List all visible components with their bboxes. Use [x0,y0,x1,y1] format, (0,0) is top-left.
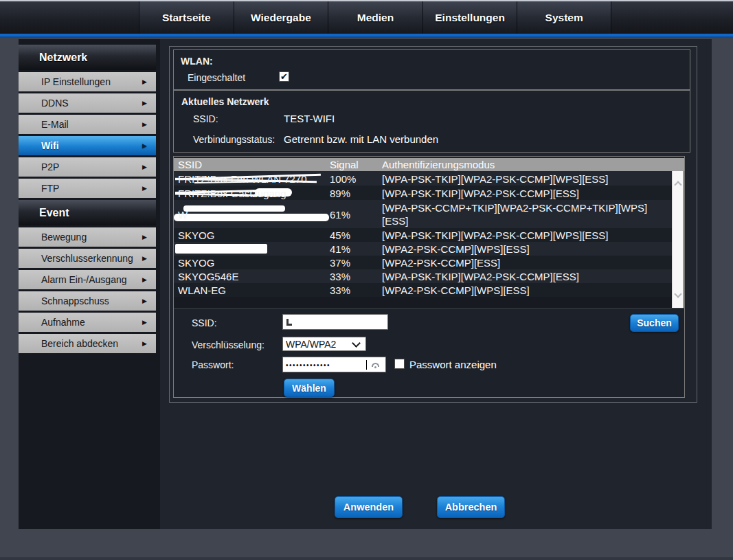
network-row-redacted-4[interactable]: 41%[WPA2-PSK-CCMP][WPS][ESS] [174,242,673,256]
cell-authmode: [WPA-PSK-TKIP][WPA2-PSK-CCMP][WPS][ESS] [382,229,657,242]
cell-authmode: [WPA2-PSK-CCMP][WPS][ESS] [382,284,657,297]
current-network-title: Aktuelles Netzwerk [181,96,269,107]
wlan-enabled-label: Eingeschaltet [188,72,245,83]
chevron-down-icon [352,339,361,348]
sidebar-item-label: IP Einstellungen [41,76,111,87]
cell-authmode: [WPA-PSK-CCMP+TKIP][WPA2-PSK-CCMP+TKIP][… [382,201,657,227]
sidebar-item-ddns[interactable]: DDNS▶ [19,93,156,113]
text-caret [366,360,367,370]
connection-status-label: Verbindungsstatus: [193,134,275,145]
encryption-label: Verschlüsselung: [192,339,264,350]
wlan-enabled-checkbox[interactable]: ✔ [279,71,289,82]
chevron-right-icon: ▶ [142,78,147,85]
network-list-header: SSID Signal Authentifizierungsmodus [174,158,684,171]
sidebar-item-label: Bewegung [41,232,87,243]
cell-signal: 33% [330,271,350,282]
nav-tab-medien[interactable]: Medien [328,1,422,34]
chevron-right-icon: ▶ [142,100,147,107]
chevron-right-icon: ▶ [142,340,147,347]
chevron-right-icon: ▶ [142,121,147,128]
chevron-right-icon: ▶ [142,319,147,326]
top-navigation: StartseiteWiedergabeMedienEinstellungenS… [0,1,733,34]
header-ssid: SSID [178,159,202,170]
cell-authmode: [WPA-PSK-TKIP][WPA2-PSK-CCMP][ESS] [382,270,657,283]
cell-ssid: SKYOG [178,257,326,269]
nav-tab-einstellungen[interactable]: Einstellungen [422,1,517,34]
sidebar-item-bereich-abdecken[interactable]: Bereich abdecken▶ [19,334,156,353]
settings-container: WLAN: Eingeschaltet ✔ Aktuelles Netzwerk… [169,46,697,403]
cell-authmode: [WPA2-PSK-CCMP][WPS][ESS] [382,243,657,256]
cell-signal: 89% [330,187,350,199]
show-password-label: Passwort anzeigen [409,359,497,370]
sidebar-item-label: Wifi [41,140,59,151]
password-input[interactable]: ••••••••••••• [282,357,386,372]
scrollbar[interactable] [672,171,684,308]
sidebar-section-event: Event [19,200,156,225]
cell-signal: 61% [330,208,350,220]
page: StartseiteWiedergabeMedienEinstellungenS… [0,0,733,560]
nav-tab-system[interactable]: System [517,1,611,34]
redacted-ink [286,324,292,326]
network-row-wlan-eg[interactable]: WLAN-EG33%[WPA2-PSK-CCMP][WPS][ESS] [174,283,673,297]
sidebar-item-ftp[interactable]: FTP▶ [19,179,156,198]
scroll-up-icon[interactable] [674,181,681,188]
cell-ssid: WLAN-EG [178,284,326,296]
cell-signal: 45% [330,229,350,241]
cancel-button[interactable]: Abbrechen [437,496,505,518]
current-ssid-label: SSID: [193,113,218,124]
network-row-skyog[interactable]: SKYOG45%[WPA-PSK-TKIP][WPA2-PSK-CCMP][WP… [174,228,673,242]
chevron-right-icon: ▶ [142,185,147,192]
redaction-scribble [175,244,267,254]
nav-tab-startseite[interactable]: Startseite [139,1,234,34]
chevron-right-icon: ▶ [142,255,147,262]
scroll-down-icon[interactable] [674,290,681,298]
sidebar-item-bewegung[interactable]: Bewegung▶ [19,227,156,247]
connection-status-value: Getrennt bzw. mit LAN verbunden [284,133,438,145]
checkmark-icon: ✔ [280,72,288,81]
nav-tab-wiedergabe[interactable]: Wiedergabe [234,1,328,34]
network-list: SSID Signal Authentifizierungsmodus FRIT… [174,158,684,309]
sidebar-item-alarm-ein-ausgang[interactable]: Alarm Ein-/Ausgang▶ [19,270,156,289]
sidebar-item-wifi[interactable]: Wifi▶ [19,136,156,155]
wifi-scan-section: SSID Signal Authentifizierungsmodus FRIT… [173,156,685,398]
chevron-right-icon: ▶ [142,298,147,304]
main-panel: WLAN: Eingeschaltet ✔ Aktuelles Netzwerk… [160,39,712,529]
sidebar-item-label: P2P [41,161,59,172]
sidebar-item-p2p[interactable]: P2P▶ [19,157,156,177]
cell-ssid: FRITZ!Box Gastzugang [178,187,326,199]
show-password-checkbox[interactable] [394,359,405,369]
sidebar-item-label: E-Mail [41,119,69,130]
wlan-enable-section: WLAN: Eingeschaltet ✔ [173,49,690,90]
sidebar-item-verschlusserkennung[interactable]: Verschlusserkennung▶ [19,249,156,268]
sidebar-item-label: Verschlusserkennung [41,253,133,264]
sidebar-item-schnappschuss[interactable]: Schnappschuss▶ [19,291,156,311]
nav-underline-shadow [0,36,733,38]
cell-ssid: SKYOG [178,229,326,241]
cell-authmode: [WPA-PSK-TKIP][WPA2-PSK-CCMP][ESS] [382,186,657,199]
password-masked-value: ••••••••••••• [286,361,330,369]
chevron-right-icon: ▶ [142,164,147,170]
ssid-input[interactable] [282,314,388,330]
cell-signal: 37% [330,257,350,269]
wlan-section-title: WLAN: [181,56,213,67]
sidebar-section-netzwerk: Netzwerk [19,45,156,70]
search-button[interactable]: Suchen [630,314,679,332]
sidebar-item-e-mail[interactable]: E-Mail▶ [19,115,156,134]
network-row-w[interactable]: W61%[WPA-PSK-CCMP+TKIP][WPA2-PSK-CCMP+TK… [174,200,673,228]
cell-ssid: SKYOG546E [178,271,326,282]
sidebar-item-label: DDNS [41,98,69,109]
ssid-field-label: SSID: [192,317,217,328]
choose-button[interactable]: Wählen [284,379,335,397]
network-row-skyog[interactable]: SKYOG37%[WPA2-PSK-CCMP][ESS] [174,256,673,269]
sidebar-item-label: Schnappschuss [41,295,109,306]
cell-ssid: FRITZ!Box Fon WLAN 7270 [178,172,326,184]
sidebar-item-aufnahme[interactable]: Aufnahme▶ [19,313,156,332]
sidebar-item-ip-einstellungen[interactable]: IP Einstellungen▶ [19,72,156,91]
encryption-select[interactable]: WPA/WPA2 [282,337,366,351]
network-row-skyog546e[interactable]: SKYOG546E33%[WPA-PSK-TKIP][WPA2-PSK-CCMP… [174,269,673,283]
current-ssid-value: TEST-WIFI [284,113,335,124]
network-row-fritz-box-fon-wlan-7270[interactable]: FRITZ!Box Fon WLAN 7270100%[WPA-PSK-TKIP… [174,171,673,186]
network-row-fritz-box-gastzugang[interactable]: FRITZ!Box Gastzugang89%[WPA-PSK-TKIP][WP… [174,186,673,200]
header-authmode: Authentifizierungsmodus [382,159,495,170]
apply-button[interactable]: Anwenden [335,496,403,518]
